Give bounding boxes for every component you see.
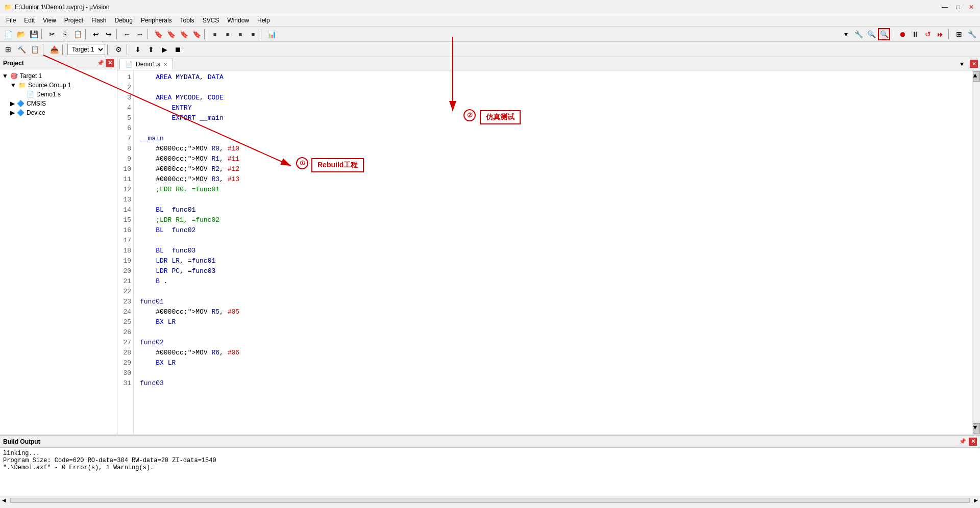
align-btn3[interactable]: ≡ (234, 28, 247, 40)
build-output-panel: Build Output 📌 ✕ linking...Program Size:… (0, 435, 980, 496)
scroll-right-btn[interactable]: ► (972, 497, 980, 504)
editor-tab-demo1s[interactable]: 📄 Demo1.s ✕ (119, 59, 173, 70)
tree-item-target1[interactable]: ▼ 🎯 Target 1 (2, 71, 115, 81)
project-pin-btn[interactable]: 📌 (96, 59, 105, 67)
rebuild-btn[interactable]: ⊞ (2, 43, 14, 56)
sep1 (41, 29, 44, 39)
annotation-num1: ① (296, 157, 308, 169)
bookmark-btn4[interactable]: 🔖 (190, 28, 203, 40)
menu-project[interactable]: Project (60, 16, 87, 25)
menu-debug[interactable]: Debug (111, 16, 137, 25)
batch-build-btn[interactable]: 📋 (29, 43, 41, 56)
copy-btn[interactable]: ⎘ (59, 28, 71, 40)
sep12 (127, 44, 130, 55)
bookmark-btn1[interactable]: 🔖 (152, 28, 164, 40)
scrollbar-track[interactable] (10, 498, 970, 503)
load-btn[interactable]: 📥 (48, 43, 60, 56)
debug-stop-btn[interactable]: ⏸ (909, 28, 921, 40)
tree-item-demo1s[interactable]: 📄 Demo1.s (2, 90, 115, 99)
build-btn[interactable]: 🔨 (15, 43, 28, 56)
expand-icon-source-group: ▼ (10, 82, 16, 89)
debug-step-btn[interactable]: ⏭ (935, 28, 947, 40)
search-active-btn[interactable]: 🔍 (878, 28, 890, 40)
start-debug-btn[interactable]: ▶ (158, 43, 170, 56)
device-label: Device (27, 109, 45, 116)
redo-btn[interactable]: ↪ (103, 28, 115, 40)
menu-file[interactable]: File (2, 16, 20, 25)
tab-list-btn[interactable]: ▾ (955, 58, 968, 70)
tree-item-source-group[interactable]: ▼ 📁 Source Group 1 (2, 81, 115, 90)
scroll-up-btn[interactable]: ▲ (973, 71, 980, 82)
nav-fwd-btn[interactable]: → (134, 28, 146, 40)
editor-close-btn[interactable]: ✕ (970, 60, 978, 68)
debug-reset-btn[interactable]: ↺ (922, 28, 934, 40)
sep6 (261, 29, 264, 39)
toolbar1: 📄 📂 💾 ✂ ⎘ 📋 ↩ ↪ ← → 🔖 🔖 🔖 🔖 ≡ ≡ ≡ ≡ 📊 ▾ … (0, 27, 980, 42)
menu-svcs[interactable]: SVCS (199, 16, 224, 25)
scroll-left-btn[interactable]: ◄ (0, 497, 8, 504)
bookmark-btn3[interactable]: 🔖 (178, 28, 190, 40)
download-btn[interactable]: ⬇ (132, 43, 144, 56)
close-button[interactable]: ✕ (967, 3, 976, 12)
cut-btn[interactable]: ✂ (46, 28, 58, 40)
tab-icon: 📄 (125, 61, 133, 68)
cmsis-label: CMSIS (27, 100, 46, 107)
menu-window[interactable]: Window (223, 16, 253, 25)
build-output-title: Build Output (3, 438, 40, 445)
new-file-btn[interactable]: 📄 (2, 28, 14, 40)
minimize-button[interactable]: — (940, 3, 949, 12)
align-btn1[interactable]: ≡ (209, 28, 221, 40)
build-pin-btn[interactable]: 📌 (959, 438, 967, 446)
file-icon: 📄 (27, 91, 34, 98)
settings-btn[interactable]: 🔧 (966, 28, 978, 40)
expand-icon-cmsis: ▶ (10, 100, 15, 107)
code-content[interactable]: AREA MYDATA, DATA AREA MYCODE, CODE ENTR… (134, 70, 972, 435)
build-close-btn[interactable]: ✕ (969, 438, 977, 446)
folder-icon: 📁 (18, 82, 26, 89)
project-close-btn[interactable]: ✕ (106, 59, 114, 67)
scroll-down-btn[interactable]: ▼ (973, 423, 980, 434)
paste-btn[interactable]: 📋 (71, 28, 84, 40)
open-btn[interactable]: 📂 (15, 28, 27, 40)
menu-tools[interactable]: Tools (176, 16, 199, 25)
window-layout-btn[interactable]: ⊞ (953, 28, 965, 40)
align-btn4[interactable]: ≡ (247, 28, 259, 40)
annotation-num2: ② (463, 109, 476, 121)
save-btn[interactable]: 💾 (28, 28, 40, 40)
config-btn2[interactable]: 🔍 (865, 28, 877, 40)
debug-run-btn[interactable]: ⏺ (896, 28, 909, 40)
menu-edit[interactable]: Edit (20, 16, 39, 25)
tree-item-cmsis[interactable]: ▶ 🔷 CMSIS (2, 99, 115, 108)
source-group-label: Source Group 1 (28, 82, 71, 89)
menu-flash[interactable]: Flash (87, 16, 110, 25)
bottom-scrollbar[interactable]: ◄ ► (0, 496, 980, 504)
maximize-button[interactable]: □ (953, 3, 963, 12)
bookmark-btn2[interactable]: 🔖 (165, 28, 177, 40)
stop-debug-btn[interactable]: ⏹ (172, 43, 184, 56)
device-icon: 🔷 (17, 109, 24, 116)
menu-peripherals[interactable]: Peripherals (137, 16, 176, 25)
menu-view[interactable]: View (39, 16, 60, 25)
nav-back-btn[interactable]: ← (121, 28, 133, 40)
align-btn2[interactable]: ≡ (222, 28, 234, 40)
cmsis-icon: 🔷 (17, 100, 24, 107)
title-bar: 📁 E:\Junior 1\Demo1.uvproj - µVision — □… (0, 0, 980, 14)
demo1s-label: Demo1.s (36, 91, 61, 98)
sep4 (148, 29, 151, 39)
tree-item-device[interactable]: ▶ 🔷 Device (2, 108, 115, 117)
options-btn[interactable]: ⚙ (112, 43, 125, 56)
erase-btn[interactable]: ⬆ (145, 43, 157, 56)
config-btn1[interactable]: 🔧 (852, 28, 865, 40)
undo-btn[interactable]: ↩ (90, 28, 102, 40)
project-panel: Project 📌 ✕ ▼ 🎯 Target 1 ▼ 📁 Source Grou (0, 57, 117, 435)
project-tree: ▼ 🎯 Target 1 ▼ 📁 Source Group 1 📄 Demo1.… (0, 69, 117, 435)
tab-close-btn[interactable]: ✕ (163, 62, 167, 67)
dropdown-btn[interactable]: ▾ (840, 28, 852, 40)
menu-help[interactable]: Help (253, 16, 274, 25)
target-select[interactable]: Target 1 (67, 44, 105, 55)
editor-scrollbar-right[interactable]: ▲ ▼ (972, 70, 980, 435)
simulate-annotation-box: 仿真测试 (480, 110, 521, 124)
toolbar2: ⊞ 🔨 📋 📥 Target 1 ⚙ ⬇ ⬆ ▶ ⏹ (0, 42, 980, 57)
insert-btn[interactable]: 📊 (265, 28, 278, 40)
sep9 (43, 44, 46, 55)
